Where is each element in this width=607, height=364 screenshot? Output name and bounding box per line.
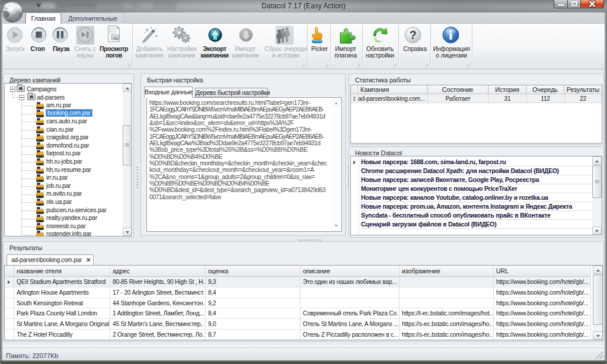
svg-text:?: ? (409, 28, 416, 41)
svg-text:log: log (113, 36, 118, 40)
